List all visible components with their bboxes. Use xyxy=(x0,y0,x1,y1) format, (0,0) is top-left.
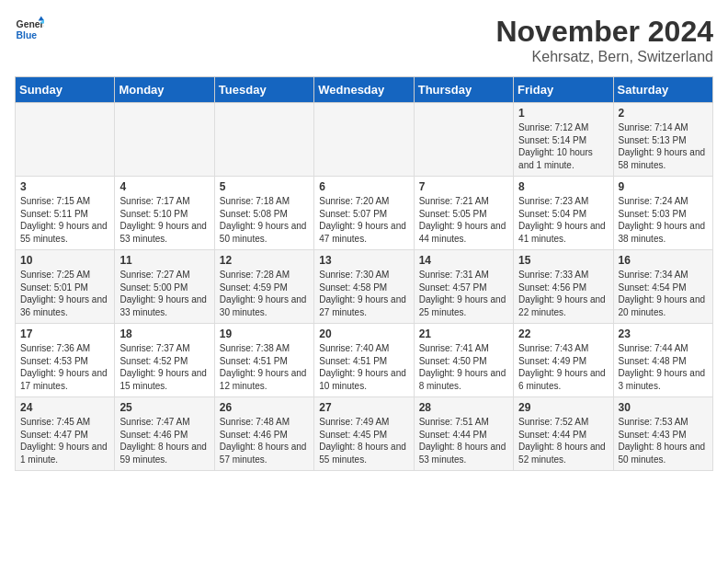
day-info: Sunrise: 7:27 AM Sunset: 5:00 PM Dayligh… xyxy=(119,269,209,318)
calendar-cell xyxy=(115,103,214,177)
day-number: 28 xyxy=(419,401,508,414)
calendar-week-5: 24Sunrise: 7:45 AM Sunset: 4:47 PM Dayli… xyxy=(16,397,713,471)
calendar-cell: 27Sunrise: 7:49 AM Sunset: 4:45 PM Dayli… xyxy=(314,397,414,471)
day-number: 10 xyxy=(20,254,109,267)
day-info: Sunrise: 7:49 AM Sunset: 4:45 PM Dayligh… xyxy=(319,416,408,465)
day-info: Sunrise: 7:24 AM Sunset: 5:03 PM Dayligh… xyxy=(619,195,708,245)
day-info: Sunrise: 7:34 AM Sunset: 4:54 PM Dayligh… xyxy=(619,269,708,318)
header-saturday: Saturday xyxy=(613,77,712,103)
day-number: 16 xyxy=(619,254,708,267)
day-info: Sunrise: 7:31 AM Sunset: 4:57 PM Dayligh… xyxy=(419,269,508,318)
day-number: 30 xyxy=(619,401,708,414)
day-info: Sunrise: 7:21 AM Sunset: 5:05 PM Dayligh… xyxy=(419,195,508,245)
calendar-cell: 6Sunrise: 7:20 AM Sunset: 5:07 PM Daylig… xyxy=(314,177,414,250)
calendar-cell: 16Sunrise: 7:34 AM Sunset: 4:54 PM Dayli… xyxy=(613,250,712,324)
day-number: 9 xyxy=(619,180,708,193)
day-info: Sunrise: 7:18 AM Sunset: 5:08 PM Dayligh… xyxy=(220,195,309,245)
calendar-cell xyxy=(214,103,313,177)
day-number: 2 xyxy=(619,107,708,120)
header-thursday: Thursday xyxy=(414,77,513,103)
day-number: 27 xyxy=(319,401,408,414)
svg-text:Blue: Blue xyxy=(17,30,38,40)
day-number: 4 xyxy=(119,180,209,193)
logo: General Blue xyxy=(15,15,44,44)
calendar-cell: 10Sunrise: 7:25 AM Sunset: 5:01 PM Dayli… xyxy=(16,250,115,324)
day-info: Sunrise: 7:44 AM Sunset: 4:48 PM Dayligh… xyxy=(619,342,708,392)
calendar-cell: 11Sunrise: 7:27 AM Sunset: 5:00 PM Dayli… xyxy=(115,250,214,324)
day-info: Sunrise: 7:25 AM Sunset: 5:01 PM Dayligh… xyxy=(20,269,109,318)
calendar-week-1: 1Sunrise: 7:12 AM Sunset: 5:14 PM Daylig… xyxy=(16,103,713,177)
calendar-cell: 20Sunrise: 7:40 AM Sunset: 4:51 PM Dayli… xyxy=(314,324,414,397)
calendar-cell: 15Sunrise: 7:33 AM Sunset: 4:56 PM Dayli… xyxy=(514,250,613,324)
page-title: November 2024 xyxy=(495,15,713,49)
calendar-cell xyxy=(16,103,115,177)
day-number: 12 xyxy=(220,254,309,267)
svg-text:General: General xyxy=(17,19,44,29)
calendar-cell: 28Sunrise: 7:51 AM Sunset: 4:44 PM Dayli… xyxy=(414,397,513,471)
calendar-cell: 19Sunrise: 7:38 AM Sunset: 4:51 PM Dayli… xyxy=(214,324,313,397)
day-number: 14 xyxy=(419,254,508,267)
day-number: 21 xyxy=(419,327,508,340)
day-info: Sunrise: 7:48 AM Sunset: 4:46 PM Dayligh… xyxy=(220,416,309,465)
calendar-cell: 18Sunrise: 7:37 AM Sunset: 4:52 PM Dayli… xyxy=(115,324,214,397)
calendar-cell: 23Sunrise: 7:44 AM Sunset: 4:48 PM Dayli… xyxy=(613,324,712,397)
day-info: Sunrise: 7:45 AM Sunset: 4:47 PM Dayligh… xyxy=(20,416,109,465)
day-number: 13 xyxy=(319,254,408,267)
header-sunday: Sunday xyxy=(16,77,115,103)
calendar-cell: 22Sunrise: 7:43 AM Sunset: 4:49 PM Dayli… xyxy=(514,324,613,397)
calendar-cell: 5Sunrise: 7:18 AM Sunset: 5:08 PM Daylig… xyxy=(214,177,313,250)
day-info: Sunrise: 7:41 AM Sunset: 4:50 PM Dayligh… xyxy=(419,342,508,392)
day-info: Sunrise: 7:37 AM Sunset: 4:52 PM Dayligh… xyxy=(119,342,209,392)
calendar-cell: 3Sunrise: 7:15 AM Sunset: 5:11 PM Daylig… xyxy=(16,177,115,250)
calendar-cell: 26Sunrise: 7:48 AM Sunset: 4:46 PM Dayli… xyxy=(214,397,313,471)
calendar-week-2: 3Sunrise: 7:15 AM Sunset: 5:11 PM Daylig… xyxy=(16,177,713,250)
day-number: 3 xyxy=(20,180,109,193)
day-info: Sunrise: 7:47 AM Sunset: 4:46 PM Dayligh… xyxy=(119,416,209,465)
calendar-header-row: SundayMondayTuesdayWednesdayThursdayFrid… xyxy=(16,77,713,103)
calendar-cell xyxy=(314,103,414,177)
calendar-cell: 30Sunrise: 7:53 AM Sunset: 4:43 PM Dayli… xyxy=(613,397,712,471)
page-subtitle: Kehrsatz, Bern, Switzerland xyxy=(495,49,713,65)
day-info: Sunrise: 7:53 AM Sunset: 4:43 PM Dayligh… xyxy=(619,416,708,465)
calendar-cell: 8Sunrise: 7:23 AM Sunset: 5:04 PM Daylig… xyxy=(514,177,613,250)
day-number: 20 xyxy=(319,327,408,340)
day-number: 23 xyxy=(619,327,708,340)
day-number: 8 xyxy=(518,180,608,193)
page-header: General Blue November 2024 Kehrsatz, Ber… xyxy=(15,15,713,65)
day-info: Sunrise: 7:52 AM Sunset: 4:44 PM Dayligh… xyxy=(518,416,608,465)
calendar-cell: 17Sunrise: 7:36 AM Sunset: 4:53 PM Dayli… xyxy=(16,324,115,397)
day-info: Sunrise: 7:28 AM Sunset: 4:59 PM Dayligh… xyxy=(220,269,309,318)
day-info: Sunrise: 7:15 AM Sunset: 5:11 PM Dayligh… xyxy=(20,195,109,245)
day-info: Sunrise: 7:51 AM Sunset: 4:44 PM Dayligh… xyxy=(419,416,508,465)
calendar-cell: 9Sunrise: 7:24 AM Sunset: 5:03 PM Daylig… xyxy=(613,177,712,250)
calendar-cell: 4Sunrise: 7:17 AM Sunset: 5:10 PM Daylig… xyxy=(115,177,214,250)
logo-icon: General Blue xyxy=(15,15,44,44)
day-number: 29 xyxy=(518,401,608,414)
day-number: 25 xyxy=(119,401,209,414)
day-number: 11 xyxy=(119,254,209,267)
header-tuesday: Tuesday xyxy=(214,77,313,103)
calendar-week-3: 10Sunrise: 7:25 AM Sunset: 5:01 PM Dayli… xyxy=(16,250,713,324)
calendar-cell: 13Sunrise: 7:30 AM Sunset: 4:58 PM Dayli… xyxy=(314,250,414,324)
svg-marker-2 xyxy=(39,17,44,21)
day-info: Sunrise: 7:14 AM Sunset: 5:13 PM Dayligh… xyxy=(619,121,708,171)
header-wednesday: Wednesday xyxy=(314,77,414,103)
header-friday: Friday xyxy=(514,77,613,103)
calendar-cell: 14Sunrise: 7:31 AM Sunset: 4:57 PM Dayli… xyxy=(414,250,513,324)
day-number: 17 xyxy=(20,327,109,340)
calendar-cell: 2Sunrise: 7:14 AM Sunset: 5:13 PM Daylig… xyxy=(613,103,712,177)
calendar-table: SundayMondayTuesdayWednesdayThursdayFrid… xyxy=(15,76,713,471)
calendar-cell: 25Sunrise: 7:47 AM Sunset: 4:46 PM Dayli… xyxy=(115,397,214,471)
day-info: Sunrise: 7:30 AM Sunset: 4:58 PM Dayligh… xyxy=(319,269,408,318)
day-info: Sunrise: 7:23 AM Sunset: 5:04 PM Dayligh… xyxy=(518,195,608,245)
day-info: Sunrise: 7:33 AM Sunset: 4:56 PM Dayligh… xyxy=(518,269,608,318)
day-info: Sunrise: 7:40 AM Sunset: 4:51 PM Dayligh… xyxy=(319,342,408,392)
day-number: 15 xyxy=(518,254,608,267)
day-number: 22 xyxy=(518,327,608,340)
calendar-cell: 21Sunrise: 7:41 AM Sunset: 4:50 PM Dayli… xyxy=(414,324,513,397)
day-number: 18 xyxy=(119,327,209,340)
calendar-cell xyxy=(414,103,513,177)
day-number: 26 xyxy=(220,401,309,414)
day-number: 6 xyxy=(319,180,408,193)
day-number: 19 xyxy=(220,327,309,340)
